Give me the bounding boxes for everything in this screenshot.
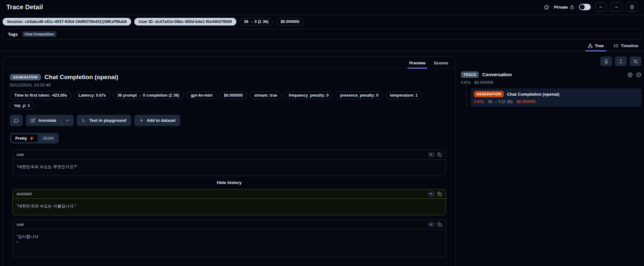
- message-block-assistant: assistant M↓ "대한민국의 수도는 서울입니다.": [12, 189, 446, 215]
- plus-icon: [139, 118, 144, 123]
- privacy-toggle[interactable]: [579, 4, 591, 10]
- delete-trace-button[interactable]: [626, 2, 638, 12]
- panel-tabs: Preview Scores: [3, 57, 455, 69]
- generation-node-selected[interactable]: GENERATION Chat Completion (openai) 0.67…: [471, 88, 641, 107]
- lock-icon: [570, 5, 574, 10]
- trace-node-label: TRACE Conversation: [461, 71, 512, 78]
- playground-button[interactable]: Test in playground: [77, 115, 131, 126]
- tree-icon: [588, 43, 593, 48]
- privacy-label: Private: [554, 5, 568, 10]
- message-role: assistant: [17, 192, 32, 196]
- copy-icon[interactable]: [437, 222, 442, 227]
- pill-cost: $0.000005: [219, 92, 247, 99]
- tag-chip[interactable]: Chat Competition: [22, 31, 57, 37]
- trace-root-node[interactable]: TRACE Conversation: [461, 71, 641, 78]
- observation-title: Chat Completion (openai): [45, 74, 118, 81]
- action-buttons: Annotate Test in playground: [10, 115, 448, 126]
- message-tools: M↓: [428, 152, 442, 157]
- expand-all-icon[interactable]: [627, 72, 633, 78]
- star-icon[interactable]: [544, 4, 550, 10]
- tab-preview[interactable]: Preview: [409, 60, 426, 68]
- generation-latency: 0.67s: [474, 100, 484, 104]
- add-to-dataset-button[interactable]: Add to dataset: [134, 115, 180, 126]
- message-role: user: [17, 152, 24, 157]
- terminal-icon: [82, 118, 86, 123]
- message-block-user-1: user M↓ "대한민국의 수도는 무엇인가요?": [12, 150, 446, 176]
- observation-timestamp: 02/12/2024, 14:20:49: [10, 83, 448, 87]
- comments-button[interactable]: [10, 115, 23, 126]
- generation-cost: $0.000005: [517, 100, 536, 104]
- copy-icon[interactable]: [437, 152, 442, 157]
- tab-timeline-label: Timeline: [621, 43, 638, 48]
- metrics-toggle-button[interactable]: [630, 56, 641, 66]
- toggle-knob: [580, 4, 585, 10]
- pill-stream: stream: true: [250, 92, 282, 99]
- generation-node-header: GENERATION Chat Completion (openai): [474, 91, 638, 97]
- tags-label: Tags: [8, 32, 18, 37]
- generation-tokens: 36 → 0 (Σ 36): [488, 100, 513, 104]
- message-tools: M↓: [428, 192, 442, 196]
- trace-children: GENERATION Chat Completion (openai) 0.67…: [461, 88, 641, 107]
- pill-model[interactable]: gpt-4o-mini: [186, 92, 217, 99]
- tree-controls: [461, 56, 641, 66]
- fold-vertical-icon: [618, 59, 623, 64]
- tags-box: Tags Chat Competition: [3, 29, 641, 40]
- annotate-menu-button[interactable]: [61, 115, 74, 126]
- pill-temperature: temperature: 1: [386, 92, 422, 99]
- scores-toggle-button[interactable]: [600, 56, 612, 66]
- generation-type-badge: GENERATION: [474, 91, 504, 97]
- token-usage-badge: 36 → 0 (Σ 36): [240, 18, 273, 26]
- format-json-segment[interactable]: JSON: [38, 134, 58, 142]
- user-id-badge[interactable]: User ID: dc47a41e-06bc-400d-bde1-f0e440d…: [134, 18, 236, 26]
- observation-body: GENERATION Chat Completion (openai) 02/1…: [3, 69, 455, 262]
- pill-token-usage: 36 prompt → 0 completion (Σ 36): [113, 92, 184, 99]
- top-bar-actions: Private: [544, 2, 638, 12]
- timeline-icon: [614, 43, 618, 48]
- meta-badges-row: Session: cd3abcd6-c81c-4037-935d-19d9f27…: [0, 15, 644, 28]
- privacy-control: Private: [554, 5, 574, 10]
- metric-pills: Time to first token: -423.00s Latency: 0…: [10, 92, 444, 109]
- pill-frequency-penalty: frequency_penalty: 0: [284, 92, 333, 99]
- chevron-down-icon: [614, 5, 619, 10]
- message-content: "대한민국의 수도는 무엇인가요?": [13, 159, 446, 176]
- tab-scores[interactable]: Scores: [433, 60, 448, 68]
- prev-trace-button[interactable]: [595, 2, 606, 12]
- session-badge[interactable]: Session: cd3abcd6-c81c-4037-935d-19d9f27…: [3, 18, 131, 26]
- generation-title: Chat Completion (openai): [507, 92, 559, 97]
- markdown-toggle-icon[interactable]: M↓: [428, 222, 434, 227]
- markdown-toggle-icon[interactable]: M↓: [428, 152, 434, 157]
- collapse-node-icon[interactable]: [636, 72, 641, 78]
- chevron-up-icon: [598, 5, 603, 10]
- message-block-user-2: user M↓ "감사합니다 ": [12, 220, 446, 257]
- format-toggle: Pretty JSON: [10, 133, 59, 144]
- hide-history-button[interactable]: Hide history: [12, 176, 446, 189]
- tree-connector-line: [466, 89, 467, 106]
- pill-latency: Latency: 0.67s: [74, 92, 110, 99]
- message-header: assistant M↓: [13, 189, 446, 199]
- tab-tree-label: Tree: [595, 43, 604, 48]
- award-icon: [604, 59, 609, 64]
- pill-time-to-first-token: Time to first token: -423.00s: [10, 92, 71, 99]
- next-trace-button[interactable]: [611, 2, 622, 12]
- annotate-split-button: Annotate: [26, 115, 74, 126]
- trace-node-actions: [627, 72, 641, 78]
- observation-detail-card: Preview Scores GENERATION Chat Completio…: [3, 56, 456, 266]
- format-pretty-segment[interactable]: Pretty: [11, 134, 38, 143]
- trace-cost: $0.000005: [475, 80, 493, 85]
- annotate-button[interactable]: Annotate: [26, 115, 61, 126]
- json-label: JSON: [42, 136, 54, 141]
- message-content: "대한민국의 수도는 서울입니다.": [13, 199, 446, 215]
- tab-tree[interactable]: Tree: [587, 43, 604, 51]
- messages-list: user M↓ "대한민국의 수도는 무엇인가요?" Hide history …: [10, 150, 448, 257]
- message-role: user: [17, 222, 24, 227]
- trash-icon: [630, 5, 634, 10]
- message-content: "감사합니다 ": [13, 229, 446, 257]
- total-cost-badge: $0.000005: [276, 18, 304, 26]
- collapse-all-button[interactable]: [615, 56, 627, 66]
- copy-icon[interactable]: [437, 192, 442, 196]
- tab-timeline[interactable]: Timeline: [613, 43, 639, 51]
- observation-header: GENERATION Chat Completion (openai): [10, 74, 448, 81]
- trace-stats: 0.67s $0.000005: [461, 80, 641, 85]
- markdown-toggle-icon[interactable]: M↓: [428, 192, 434, 196]
- view-tabs: Tree Timeline: [0, 40, 644, 51]
